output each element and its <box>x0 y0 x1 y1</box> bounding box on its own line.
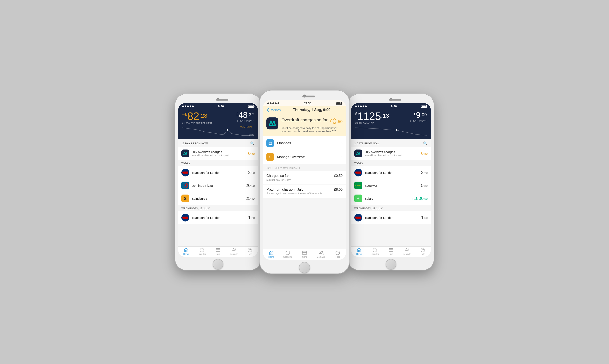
nav-help-left[interactable]: Help <box>242 248 258 255</box>
finances-item[interactable]: Finances › <box>263 136 346 150</box>
main-balance: −£ 82 .28 £1,000 OVERDRAFT LIMIT <box>182 111 212 124</box>
svg-marker-3 <box>184 184 186 186</box>
nav-contacts-middle[interactable]: Contacts <box>313 250 329 258</box>
tfl-logo-right-1 <box>354 169 362 176</box>
spent-today-right: £ 9 .09 SPENT TODAY <box>410 111 427 122</box>
subway-logo: SUBWAY <box>354 182 362 189</box>
nav-contacts-right[interactable]: Contacts <box>399 248 415 255</box>
svg-point-20 <box>373 248 377 252</box>
screen-middle: 09:30 ❮ Monzo Thursday, 1 Aug, 9:00 <box>263 100 346 260</box>
tfl-item-right-2[interactable]: Transport for London 1.50 <box>351 211 431 224</box>
overdraft-amount-left: 0.50 <box>248 151 255 156</box>
section-label-middle: YOUR JULY OVERDRAFT <box>263 164 346 171</box>
nav-help-right[interactable]: Help <box>415 248 431 255</box>
overdraft-detail: Overdraft charges so far £ 0 .50 You'll … <box>263 114 346 136</box>
monzo-logo-right <box>354 150 362 157</box>
tfl-amount-right-1: 3.20 <box>421 170 428 175</box>
section-wed-left: WEDNESDAY, 15 JULY <box>178 205 258 211</box>
signal-dots <box>182 105 194 107</box>
nav-card-right[interactable]: Card <box>383 248 399 255</box>
spent-label-right: SPENT TODAY <box>410 119 427 122</box>
status-time-right: 9:30 <box>391 105 397 108</box>
home-button-left[interactable] <box>213 259 223 270</box>
battery-right <box>421 105 427 108</box>
tfl-logo <box>181 169 189 176</box>
spent-today: £ 48 .32 SPENT TODAY <box>236 111 254 122</box>
home-button-middle[interactable] <box>299 262 310 273</box>
phone-top-middle <box>263 93 346 100</box>
home-button-right[interactable] <box>386 259 396 270</box>
balance-row-left: −£ 82 .28 £1,000 OVERDRAFT LIMIT £ 48 .3… <box>182 111 254 124</box>
sainsburys-amount: 25.12 <box>246 196 255 201</box>
phone-middle: 09:30 ❮ Monzo Thursday, 1 Aug, 9:00 <box>260 90 350 274</box>
balance-label-right: CARD BALANCE <box>355 122 389 124</box>
tfl-item-left-1[interactable]: Transport for London 3.20 <box>178 166 258 179</box>
overdraft-transaction-left[interactable]: July overdraft charges You will be charg… <box>178 147 258 160</box>
back-label[interactable]: Monzo <box>271 108 281 112</box>
charge-row-2: Maximum charge in July If you stayed ove… <box>263 184 346 198</box>
header-right: £ 1125 .13 CARD BALANCE £ 9 .09 SPENT TO… <box>351 109 431 139</box>
finances-label: Finances <box>277 141 342 145</box>
tfl-item-right-1[interactable]: Transport for London 3.20 <box>351 166 431 179</box>
section-wed-right: WEDNESDAY, 27 JULY <box>351 205 431 211</box>
nav-card-left[interactable]: Card <box>210 248 226 255</box>
finances-icon <box>266 139 274 147</box>
search-button-left[interactable]: 🔍 <box>250 141 255 146</box>
section-days-right: 2 DAYS FROM NOW 🔍 <box>351 139 431 147</box>
battery-mid <box>336 102 342 105</box>
nav-spending-left[interactable]: Spending <box>194 248 210 255</box>
speaker-middle <box>303 96 315 97</box>
spent-label: SPENT TODAY <box>236 119 254 122</box>
svg-rect-5 <box>216 249 220 252</box>
nav-title: Thursday, 1 Aug, 9:00 <box>281 108 343 112</box>
phone-left: 9:30 −£ 82 .28 £1,000 OVERDRAFT LIMIT <box>175 93 261 271</box>
nav-home-middle[interactable]: Home <box>263 250 280 258</box>
nav-spending-right[interactable]: Spending <box>367 248 383 255</box>
bottom-nav-middle: Home Spending <box>263 249 346 260</box>
signal-dots-mid <box>267 103 279 104</box>
nav-help-middle[interactable]: Help <box>329 250 346 258</box>
salary-item-right[interactable]: + Salary +1800.00 <box>351 192 431 205</box>
svg-rect-21 <box>389 249 393 252</box>
nav-contacts-left[interactable]: Contacts <box>226 248 242 255</box>
status-bar-left: 9:30 <box>178 103 258 109</box>
salary-logo: + <box>354 195 362 202</box>
header-left: −£ 82 .28 £1,000 OVERDRAFT LIMIT £ 48 .3… <box>178 109 258 139</box>
nav-card-middle[interactable]: Card <box>296 250 313 258</box>
signal-dots-right <box>355 105 367 107</box>
svg-point-23 <box>406 248 407 250</box>
overdraft-title: Overdraft charges so far <box>281 117 328 122</box>
search-button-right[interactable]: 🔍 <box>423 141 428 146</box>
tfl-logo-2 <box>181 214 189 221</box>
status-bar-right: 9:30 <box>351 103 431 109</box>
salary-amount: +1800.00 <box>412 196 428 201</box>
overdraft-transaction-right[interactable]: July overdraft charges You will be charg… <box>351 147 431 160</box>
chart-right <box>355 126 427 136</box>
subway-item-right[interactable]: SUBWAY SUBWAY 5.89 <box>351 179 431 192</box>
chevron-finances: › <box>342 141 343 145</box>
dominos-item-left[interactable]: Domino's Pizza 20.00 <box>178 179 258 192</box>
tfl-amount-left-2: 1.50 <box>248 215 255 220</box>
feed-right: 2 DAYS FROM NOW 🔍 July overdraft charges… <box>351 139 431 246</box>
status-bar-middle: 09:30 <box>263 100 346 106</box>
feed-middle: Finances › £ Manage Overdraft › YOUR JUL… <box>263 136 346 249</box>
manage-overdraft-label: Manage Overdraft <box>277 155 342 159</box>
dominos-logo <box>181 182 189 189</box>
tfl-item-left-2[interactable]: Transport for London 1.50 <box>178 211 258 224</box>
manage-overdraft-item[interactable]: £ Manage Overdraft › <box>263 150 346 164</box>
speaker-left <box>216 99 228 101</box>
sainsburys-item-left[interactable]: S Sainsbury's 25.12 <box>178 192 258 205</box>
svg-marker-19 <box>356 152 360 155</box>
monzo-logo-left <box>181 150 189 157</box>
status-time-mid: 09:30 <box>304 102 311 105</box>
svg-marker-1 <box>183 152 187 155</box>
svg-point-12 <box>286 251 290 255</box>
nav-home-left[interactable]: Home <box>178 248 194 255</box>
section-today-left: TODAY <box>178 160 258 166</box>
svg-point-18 <box>396 129 397 131</box>
nav-spending-middle[interactable]: Spending <box>280 250 296 258</box>
overdraft-amount-right: 6.50 <box>421 151 428 156</box>
nav-home-right[interactable]: Home <box>351 248 367 255</box>
screen-right: 9:30 £ 1125 .13 CARD BALANCE <box>351 103 431 257</box>
status-time: 9:30 <box>218 105 224 108</box>
